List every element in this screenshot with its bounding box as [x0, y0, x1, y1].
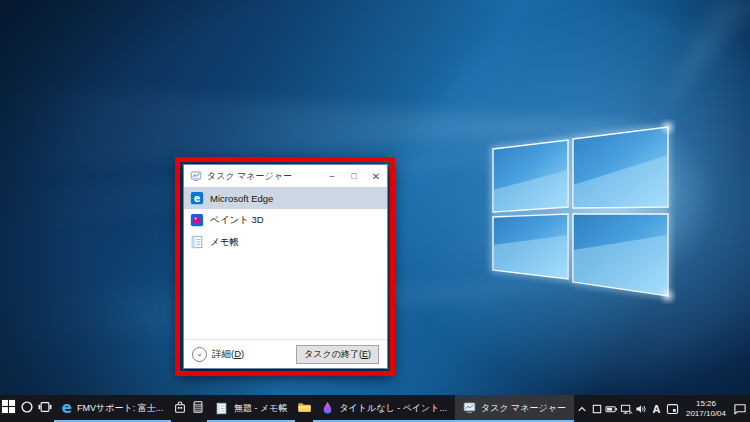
clock-date: 2017/10/04: [686, 409, 726, 419]
edge-icon: e: [62, 401, 72, 416]
cortana-circle-icon: [20, 400, 34, 418]
taskbar-app-label: タイトルなし - ペイント...: [339, 402, 447, 415]
calculator-button[interactable]: [189, 395, 207, 422]
task-manager-icon: [463, 400, 476, 418]
ime-icon[interactable]: [664, 395, 681, 422]
taskbar-clock[interactable]: 15:26 2017/10/04: [681, 399, 731, 419]
cortana-button[interactable]: [18, 395, 36, 422]
clock-time: 15:26: [696, 399, 716, 409]
taskbar-app-paint3d[interactable]: タイトルなし - ペイント...: [313, 395, 455, 422]
battery-icon[interactable]: [604, 395, 619, 422]
tray-app-square-icon[interactable]: [589, 395, 604, 422]
taskbar-app-label: タスク マネージャー: [481, 402, 566, 415]
taskbar-app-edge[interactable]: e FMVサポート: 富士...: [54, 395, 171, 422]
volume-icon[interactable]: [634, 395, 649, 422]
start-button[interactable]: [0, 395, 18, 422]
notepad-icon: [215, 402, 229, 416]
ime-mode-indicator[interactable]: A: [649, 395, 664, 422]
task-view-button[interactable]: [36, 395, 54, 422]
taskbar-app-label: 無題 - メモ帳: [234, 402, 287, 415]
network-icon[interactable]: [619, 395, 634, 422]
taskbar-app-label: FMVサポート: 富士...: [77, 402, 163, 415]
calculator-icon: [191, 400, 205, 418]
desktop: タスク マネージャー – □ ✕ e Microsoft Edge: [0, 0, 750, 422]
store-button[interactable]: [171, 395, 189, 422]
action-center-button[interactable]: [731, 395, 748, 422]
taskbar: e FMVサポート: 富士...: [0, 395, 750, 422]
task-view-icon: [38, 400, 52, 418]
paint3d-drop-icon: [321, 400, 334, 418]
system-tray: A 15:26 2017/10/04: [574, 395, 750, 422]
taskbar-app-task-manager[interactable]: タスク マネージャー: [455, 395, 574, 422]
red-highlight-box: [175, 157, 395, 376]
hidden-icons-chevron[interactable]: [574, 395, 589, 422]
taskbar-app-notepad[interactable]: 無題 - メモ帳: [207, 395, 295, 422]
folder-icon: [297, 399, 312, 418]
store-bag-icon: [173, 400, 187, 418]
windows-logo-icon: [1, 399, 16, 418]
file-explorer-button[interactable]: [295, 395, 313, 422]
